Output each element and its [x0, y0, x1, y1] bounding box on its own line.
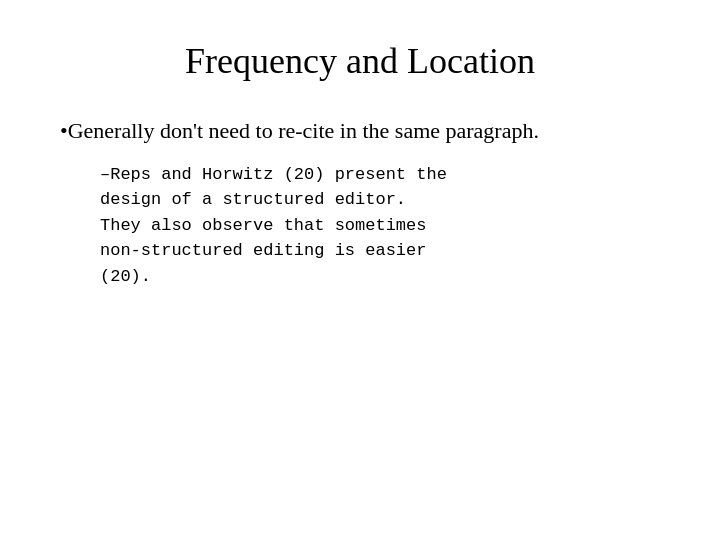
slide-title: Frequency and Location	[60, 40, 660, 82]
bullet-text-1: Generally don't need to re-cite in the s…	[68, 118, 539, 143]
code-block: –Reps and Horwitz (20) present the desig…	[100, 162, 660, 290]
code-line-5: (20).	[100, 267, 151, 286]
bullet-section: •Generally don't need to re-cite in the …	[60, 116, 660, 289]
code-line-2: design of a structured editor.	[100, 190, 406, 209]
slide: Frequency and Location •Generally don't …	[0, 0, 720, 540]
code-line-1: –Reps and Horwitz (20) present the	[100, 165, 447, 184]
bullet-point-1: •Generally don't need to re-cite in the …	[60, 116, 660, 146]
bullet-marker: •	[60, 118, 68, 143]
code-line-4: non-structured editing is easier	[100, 241, 426, 260]
code-line-3: They also observe that sometimes	[100, 216, 426, 235]
